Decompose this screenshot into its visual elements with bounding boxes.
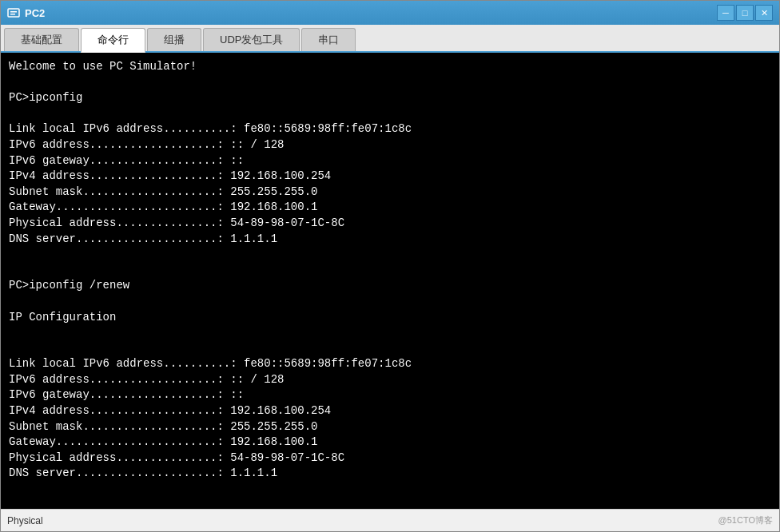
svg-rect-1 (10, 11, 17, 13)
window-title: PC2 (25, 7, 45, 19)
tab-multicast[interactable]: 组播 (147, 28, 201, 51)
title-bar-left: PC2 (7, 6, 45, 19)
minimize-button[interactable]: ─ (717, 5, 734, 21)
tab-serial[interactable]: 串口 (301, 28, 356, 51)
window-icon (7, 6, 20, 19)
status-text: Physical (7, 515, 43, 526)
content-area: Welcome to use PC Simulator! PC>ipconfig… (1, 53, 779, 509)
tab-basics[interactable]: 基础配置 (4, 28, 79, 51)
svg-rect-0 (8, 9, 19, 17)
close-button[interactable]: ✕ (755, 5, 773, 21)
tab-bar: 基础配置 命令行 组播 UDP发包工具 串口 (1, 25, 779, 53)
title-bar: PC2 ─ □ ✕ (1, 1, 779, 25)
status-bar: Physical @51CTO博客 (1, 509, 779, 531)
terminal[interactable]: Welcome to use PC Simulator! PC>ipconfig… (1, 53, 779, 509)
main-window: PC2 ─ □ ✕ 基础配置 命令行 组播 UDP发包工具 串口 Welcome… (0, 0, 780, 532)
tab-command[interactable]: 命令行 (81, 28, 145, 53)
tab-udp[interactable]: UDP发包工具 (203, 28, 300, 51)
maximize-button[interactable]: □ (736, 5, 754, 21)
title-controls: ─ □ ✕ (717, 5, 773, 21)
svg-rect-2 (10, 14, 15, 15)
watermark-text: @51CTO博客 (718, 514, 773, 526)
